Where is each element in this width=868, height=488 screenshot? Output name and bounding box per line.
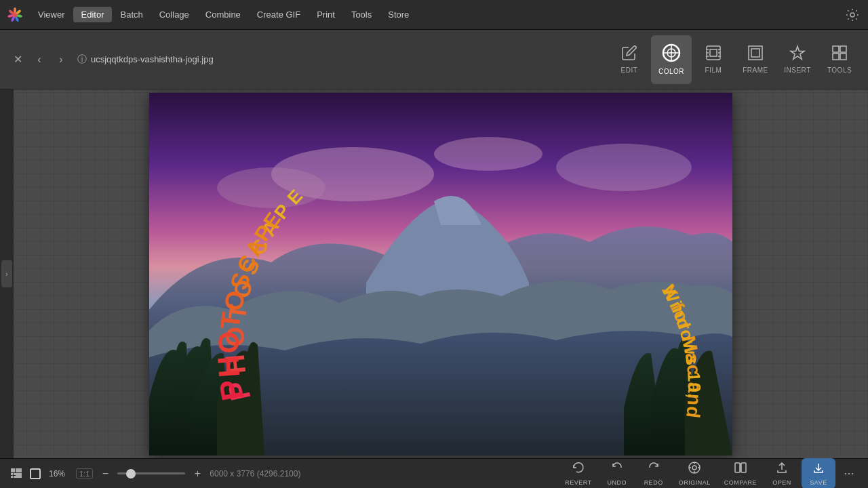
original-button[interactable]: ORIGINAL xyxy=(673,458,716,488)
svg-rect-40 xyxy=(11,476,13,478)
tool-tools[interactable]: TOOLS xyxy=(819,35,860,84)
compare-icon xyxy=(734,461,747,478)
single-view-icon[interactable] xyxy=(27,466,43,482)
frame-icon xyxy=(747,45,764,64)
svg-rect-24 xyxy=(840,46,846,52)
tool-color[interactable]: COLOR xyxy=(651,35,692,84)
film-label: FILM xyxy=(705,66,722,74)
zoom-level: 16% xyxy=(49,469,71,479)
svg-rect-38 xyxy=(11,473,13,475)
sidebar-toggle[interactable]: › xyxy=(1,260,12,287)
save-label: SAVE xyxy=(810,479,827,486)
redo-button[interactable]: REDO xyxy=(637,458,671,488)
svg-point-1 xyxy=(14,7,16,13)
redo-label: REDO xyxy=(644,479,663,486)
color-icon xyxy=(662,43,681,65)
toolbar-tools: EDIT COLOR xyxy=(609,35,860,84)
film-icon xyxy=(705,45,722,64)
svg-rect-26 xyxy=(840,54,846,60)
edit-icon xyxy=(621,45,637,64)
sidebar-left: › xyxy=(0,89,14,458)
tool-frame[interactable]: FRAME xyxy=(735,35,776,84)
menu-item-viewer[interactable]: Viewer xyxy=(30,7,73,22)
svg-rect-52 xyxy=(741,463,746,472)
close-button[interactable]: ✕ xyxy=(8,50,27,69)
zoom-slider[interactable] xyxy=(117,472,185,474)
open-icon xyxy=(775,461,789,478)
menu-item-store[interactable]: Store xyxy=(380,7,417,22)
image-dimensions: 6000 x 3776 (4296,2100) xyxy=(210,469,300,479)
svg-rect-25 xyxy=(833,54,839,60)
prev-button[interactable]: ‹ xyxy=(30,50,49,69)
svg-rect-44 xyxy=(31,469,40,479)
toolbar-left: ✕ ‹ › ⓘ ucsjqqtkdps-vashishtha-jogi.jpg xyxy=(8,50,609,69)
tool-insert[interactable]: INSERT xyxy=(777,35,818,84)
grid-view-icon[interactable] xyxy=(8,466,24,482)
insert-icon xyxy=(789,45,806,64)
original-icon xyxy=(688,461,701,478)
more-options-button[interactable]: ··· xyxy=(838,463,860,485)
svg-rect-37 xyxy=(11,468,15,472)
open-label: OPEN xyxy=(772,479,791,486)
view-icons xyxy=(8,466,43,482)
next-button[interactable]: › xyxy=(52,50,71,69)
menu-bar: Viewer Editor Batch Collage Combine Crea… xyxy=(0,0,868,30)
zoom-minus-button[interactable]: − xyxy=(98,468,112,480)
svg-rect-51 xyxy=(735,463,740,472)
photo-svg: P H O T O S C A P E xyxy=(149,93,732,455)
undo-icon xyxy=(610,461,624,478)
toolbar: ✕ ‹ › ⓘ ucsjqqtkdps-vashishtha-jogi.jpg … xyxy=(0,30,868,89)
svg-rect-39 xyxy=(14,473,16,475)
revert-button[interactable]: REVERT xyxy=(559,458,597,488)
svg-rect-42 xyxy=(16,473,22,478)
revert-label: REVERT xyxy=(565,479,591,486)
open-button[interactable]: OPEN xyxy=(765,458,799,488)
svg-point-29 xyxy=(434,137,542,171)
svg-point-31 xyxy=(556,144,692,191)
svg-rect-43 xyxy=(16,468,22,472)
svg-rect-22 xyxy=(751,49,760,57)
svg-point-46 xyxy=(692,466,696,470)
file-name: ucsjqqtkdps-vashishtha-jogi.jpg xyxy=(91,54,214,64)
menu-item-collage[interactable]: Collage xyxy=(151,7,197,22)
color-label: COLOR xyxy=(658,68,684,75)
tool-edit[interactable]: EDIT xyxy=(609,35,650,84)
revert-icon xyxy=(572,461,585,478)
settings-icon[interactable] xyxy=(842,5,863,25)
frame-label: FRAME xyxy=(743,66,768,74)
photo-background: P H O T O S C A P E xyxy=(149,93,732,455)
bottom-bar: 16% 1:1 − + 6000 x 3776 (4296,2100) REVE… xyxy=(0,458,868,488)
main-content: › xyxy=(0,89,868,458)
compare-label: COMPARE xyxy=(724,479,757,486)
svg-rect-14 xyxy=(710,49,717,56)
menu-item-print[interactable]: Print xyxy=(309,7,343,22)
compare-button[interactable]: COMPARE xyxy=(719,458,762,488)
zoom-slider-container xyxy=(117,472,185,474)
insert-label: INSERT xyxy=(784,66,811,74)
photo-container: P H O T O S C A P E xyxy=(149,93,732,455)
save-icon xyxy=(812,461,825,478)
menu-item-tools[interactable]: Tools xyxy=(343,7,380,22)
svg-point-8 xyxy=(850,13,854,17)
svg-rect-21 xyxy=(749,46,762,60)
bottom-actions: REVERT UNDO REDO xyxy=(559,458,860,488)
info-icon[interactable]: ⓘ xyxy=(77,54,87,66)
zoom-plus-button[interactable]: + xyxy=(191,468,204,480)
menu-item-combine[interactable]: Combine xyxy=(197,7,249,22)
app-icon xyxy=(5,5,24,24)
svg-rect-23 xyxy=(833,46,839,52)
file-info: ⓘ ucsjqqtkdps-vashishtha-jogi.jpg xyxy=(77,54,214,66)
tool-film[interactable]: FILM xyxy=(693,35,734,84)
edit-label: EDIT xyxy=(621,66,638,74)
save-button[interactable]: SAVE xyxy=(802,458,835,488)
zoom-ratio[interactable]: 1:1 xyxy=(76,468,93,479)
menu-item-create-gif[interactable]: Create GIF xyxy=(249,7,309,22)
svg-point-30 xyxy=(217,167,326,208)
tools-icon xyxy=(831,45,848,64)
menu-item-batch[interactable]: Batch xyxy=(112,7,151,22)
original-label: ORIGINAL xyxy=(679,479,711,486)
canvas-area: P H O T O S C A P E xyxy=(14,89,868,458)
menu-item-editor[interactable]: Editor xyxy=(73,7,113,22)
redo-icon xyxy=(647,461,660,478)
undo-button[interactable]: UNDO xyxy=(600,458,634,488)
